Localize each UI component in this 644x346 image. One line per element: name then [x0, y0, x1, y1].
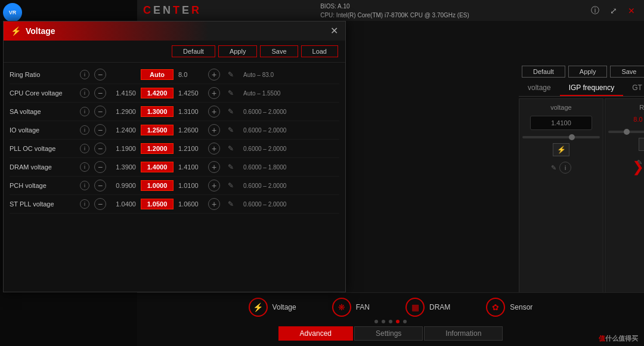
scroll-right-arrow[interactable]: ❯ [632, 159, 644, 175]
v-val-center-2[interactable]: 1.3000 [141, 106, 174, 117]
v-label-5: DRAM voltage [10, 163, 75, 171]
v-val-center-4[interactable]: 1.2000 [141, 143, 174, 154]
v-plus-btn-2[interactable]: + [208, 106, 220, 118]
v-plus-btn-6[interactable]: + [208, 180, 220, 191]
v-plus-btn-0[interactable]: + [208, 69, 220, 81]
v-pencil-6[interactable]: ✎ [228, 181, 234, 190]
right-panel: voltage 1.4100 ⚡ ✎ i Ratio 8.0 9.0 [519, 98, 644, 307]
tab-gt-voltage[interactable]: GT voltage [623, 81, 644, 96]
v-label-0: Ring Ratio [10, 71, 75, 78]
voltage-pencil-btn[interactable]: ✎ [551, 164, 556, 172]
voltage-value: 1.4100 [530, 116, 592, 130]
tab-settings[interactable]: Settings [354, 326, 423, 341]
v-minus-btn-3[interactable]: − [94, 124, 106, 136]
save-button[interactable]: Save [610, 66, 644, 78]
voltage-row-5: DRAM voltagei−1.39001.40001.4100+✎0.6000… [10, 158, 339, 177]
v-label-7: ST PLL voltage [10, 200, 75, 208]
v-minus-btn-0[interactable]: − [94, 69, 106, 81]
tab-advanced[interactable]: Advanced [278, 326, 353, 341]
nav-item-sensor[interactable]: ✿ Sensor [486, 298, 532, 317]
nav-item-voltage[interactable]: ⚡ Voltage [249, 298, 296, 317]
v-info-btn-7[interactable]: i [80, 199, 89, 209]
ratio-slider-thumb[interactable] [624, 129, 630, 135]
v-plus-btn-7[interactable]: + [208, 198, 220, 210]
v-range-7: 0.6000 – 2.0000 [243, 201, 339, 208]
dot-1 [374, 320, 378, 323]
v-val-right-2: 1.3100 [178, 108, 203, 115]
expand-icon[interactable]: ⤢ [607, 5, 620, 17]
tab-igp-frequency[interactable]: IGP frequency [560, 81, 624, 96]
v-plus-btn-1[interactable]: + [208, 87, 220, 99]
v-val-center-5[interactable]: 1.4000 [141, 162, 174, 172]
v-plus-btn-4[interactable]: + [208, 143, 220, 155]
v-minus-btn-4[interactable]: − [94, 143, 106, 155]
v-pencil-0[interactable]: ✎ [228, 70, 234, 79]
v-val-center-1[interactable]: 1.4200 [141, 88, 174, 98]
v-info-btn-6[interactable]: i [80, 181, 89, 190]
ratio-section: Ratio 8.0 9.0 ⚡ ✎ i Frequency 0.0 MHz [605, 98, 644, 307]
v-pencil-2[interactable]: ✎ [228, 107, 234, 116]
v-info-btn-0[interactable]: i [80, 70, 89, 79]
ratio-section-title: Ratio [639, 104, 644, 111]
modal-toolbar: Default Apply Save Load [4, 41, 345, 63]
default-button[interactable]: Default [522, 66, 565, 78]
v-val-right-5: 1.4100 [178, 163, 203, 171]
v-minus-btn-2[interactable]: − [94, 106, 106, 118]
modal-default-button[interactable]: Default [172, 45, 215, 57]
modal-close-button[interactable]: ✕ [330, 26, 338, 36]
v-range-2: 0.6000 – 2.0000 [243, 109, 339, 115]
v-range-0: Auto – 83.0 [243, 72, 339, 78]
watermark: 值什么值得买 [599, 333, 638, 343]
v-pencil-4[interactable]: ✎ [228, 144, 234, 153]
v-pencil-3[interactable]: ✎ [228, 126, 234, 134]
tab-information[interactable]: Information [424, 326, 503, 341]
v-minus-btn-7[interactable]: − [94, 198, 106, 210]
voltage-info-btn[interactable]: i [559, 162, 571, 174]
v-info-btn-1[interactable]: i [80, 88, 89, 98]
dot-4 [396, 320, 400, 323]
v-val-center-3[interactable]: 1.2500 [141, 125, 174, 135]
v-info-btn-3[interactable]: i [80, 125, 89, 135]
voltage-lightning-btn[interactable]: ⚡ [553, 143, 569, 156]
v-info-btn-5[interactable]: i [80, 162, 89, 172]
voltage-nav-label: Voltage [273, 303, 296, 311]
nav-dots [137, 320, 644, 323]
modal-save-button[interactable]: Save [260, 45, 298, 57]
v-val-center-7[interactable]: 1.0500 [141, 199, 174, 209]
voltage-row-3: IO voltagei−1.24001.25001.2600+✎0.6000 –… [10, 121, 339, 140]
nav-item-fan[interactable]: ❋ FAN [332, 298, 370, 317]
v-val-center-6[interactable]: 1.0000 [141, 180, 174, 191]
sensor-nav-icon: ✿ [486, 298, 505, 317]
v-val-center-0[interactable]: Auto [141, 69, 174, 80]
v-info-btn-2[interactable]: i [80, 107, 89, 116]
top-bar: CENTER OS: Windows 10 64-bit BIOS: A.10 … [137, 0, 644, 21]
modal-apply-button[interactable]: Apply [218, 45, 258, 57]
v-minus-btn-5[interactable]: − [94, 161, 106, 173]
nav-item-dram[interactable]: ▦ DRAM [405, 298, 450, 317]
bottom-nav: ⚡ Voltage ❋ FAN ▦ DRAM ✿ Sensor Ad [137, 292, 644, 346]
info-icon[interactable]: ⓘ [588, 4, 602, 17]
v-plus-btn-3[interactable]: + [208, 124, 220, 136]
voltage-slider[interactable] [522, 136, 600, 138]
tab-voltage[interactable]: voltage [519, 81, 560, 96]
v-plus-btn-5[interactable]: + [208, 161, 220, 173]
vr-badge: VR [3, 3, 22, 22]
v-pencil-7[interactable]: ✎ [228, 200, 234, 208]
ratio-slider[interactable] [608, 131, 644, 133]
ratio-val1: 8.0 [631, 116, 645, 123]
v-pencil-5[interactable]: ✎ [228, 163, 234, 171]
v-minus-btn-1[interactable]: − [94, 87, 106, 99]
v-label-3: IO voltage [10, 126, 75, 134]
v-minus-btn-6[interactable]: − [94, 180, 106, 191]
voltage-section-title: voltage [550, 104, 571, 111]
v-pencil-1[interactable]: ✎ [228, 89, 234, 97]
modal-load-button[interactable]: Load [301, 45, 338, 57]
voltage-slider-thumb[interactable] [569, 134, 575, 140]
v-label-2: SA voltage [10, 108, 75, 115]
modal-title: ⚡ Voltage [11, 26, 55, 36]
voltage-row-2: SA voltagei−1.29001.30001.3100+✎0.6000 –… [10, 103, 339, 121]
v-info-btn-4[interactable]: i [80, 144, 89, 153]
ratio-lightning-btn[interactable]: ⚡ [639, 138, 644, 151]
apply-button[interactable]: Apply [568, 66, 608, 78]
close-button[interactable]: ✕ [625, 5, 638, 17]
